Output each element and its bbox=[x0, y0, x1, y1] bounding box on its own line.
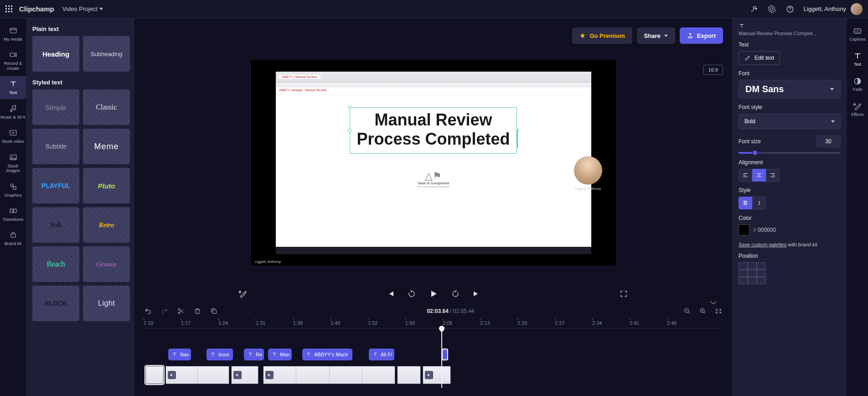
font-style-select[interactable]: Bold bbox=[739, 114, 841, 129]
tpl-heading[interactable]: Heading bbox=[32, 36, 79, 72]
app-grid-icon[interactable] bbox=[5, 5, 13, 13]
rr-effects[interactable]: Effects bbox=[847, 99, 868, 120]
rr-captions[interactable]: CCCaptions bbox=[847, 24, 868, 44]
nav-graphics[interactable]: Graphics bbox=[0, 179, 26, 201]
nav-brand-kit[interactable]: Brand kit bbox=[0, 227, 26, 250]
font-select[interactable]: DM Sans bbox=[739, 80, 841, 99]
text-clip[interactable]: Man bbox=[268, 349, 292, 360]
zoom-fit-button[interactable] bbox=[714, 307, 723, 316]
media-clip[interactable] bbox=[423, 366, 451, 384]
resize-handle[interactable] bbox=[348, 129, 351, 132]
font-size-slider[interactable] bbox=[739, 152, 841, 154]
color-swatch[interactable] bbox=[739, 224, 749, 235]
redo-button[interactable] bbox=[160, 307, 169, 316]
tpl-simple[interactable]: Simple bbox=[32, 89, 79, 125]
text-clip[interactable]: Invoi bbox=[207, 349, 233, 360]
media-clip[interactable] bbox=[397, 366, 421, 384]
export-button[interactable]: Export bbox=[680, 27, 723, 44]
skip-start-button[interactable] bbox=[385, 288, 396, 299]
resize-handle[interactable] bbox=[348, 105, 351, 109]
tpl-meme[interactable]: Meme bbox=[83, 129, 130, 164]
pos-br[interactable] bbox=[757, 277, 766, 284]
media-clip[interactable] bbox=[231, 366, 258, 384]
avatar[interactable] bbox=[851, 3, 863, 15]
media-clip[interactable] bbox=[145, 366, 164, 384]
pos-mc[interactable] bbox=[748, 270, 757, 277]
play-button[interactable] bbox=[427, 287, 440, 300]
pos-bl[interactable] bbox=[739, 277, 748, 284]
nav-stock-video[interactable]: Stock video bbox=[0, 125, 26, 147]
tpl-playful[interactable]: PLAYFUL bbox=[32, 168, 79, 203]
zoom-in-button[interactable] bbox=[698, 307, 708, 316]
tpl-ink[interactable]: Ink bbox=[32, 207, 79, 243]
bold-button[interactable]: B bbox=[739, 197, 752, 209]
svg-rect-8 bbox=[10, 209, 13, 213]
media-clip[interactable] bbox=[263, 366, 395, 384]
tpl-beach[interactable]: Beach bbox=[32, 246, 79, 282]
text-clip[interactable]: Re bbox=[244, 349, 264, 360]
aspect-ratio-badge[interactable]: 16:9 bbox=[703, 65, 723, 75]
pos-ml[interactable] bbox=[739, 270, 748, 277]
step-forward-button[interactable] bbox=[450, 288, 461, 299]
playhead[interactable] bbox=[441, 328, 442, 388]
tpl-light[interactable]: Light bbox=[83, 286, 130, 321]
pos-tr[interactable] bbox=[757, 262, 766, 270]
text-overlay-selected[interactable]: Manual Review Process Completed bbox=[350, 107, 517, 154]
tpl-pluto[interactable]: Pluto bbox=[83, 168, 130, 203]
align-right-button[interactable] bbox=[766, 169, 780, 182]
help-icon[interactable] bbox=[785, 5, 795, 14]
align-center-button[interactable] bbox=[752, 169, 766, 182]
font-size-input[interactable] bbox=[816, 135, 841, 147]
share-button[interactable]: Share bbox=[637, 27, 675, 44]
pos-tl[interactable] bbox=[739, 262, 748, 270]
skip-end-button[interactable] bbox=[471, 288, 482, 299]
expand-chevron-icon[interactable] bbox=[709, 300, 718, 307]
nav-text[interactable]: Text bbox=[0, 76, 26, 99]
rr-text[interactable]: Text bbox=[847, 49, 868, 69]
text-clip[interactable]: ABBYY's Mach bbox=[302, 349, 352, 360]
timeline[interactable]: 1:101:171:241:311:381:451:521:592:062:13… bbox=[134, 318, 732, 396]
step-back-button[interactable] bbox=[406, 288, 417, 299]
pos-bc[interactable] bbox=[748, 277, 757, 284]
undo-button[interactable] bbox=[144, 307, 153, 316]
media-track[interactable] bbox=[144, 366, 723, 384]
invite-icon[interactable] bbox=[749, 5, 758, 14]
position-grid[interactable] bbox=[739, 262, 841, 284]
save-palettes-link[interactable]: Save custom palettes bbox=[739, 242, 786, 247]
tpl-classic[interactable]: Classic bbox=[83, 89, 130, 125]
timeline-ruler[interactable]: 1:101:171:241:311:381:451:521:592:062:13… bbox=[144, 318, 723, 328]
settings-icon[interactable] bbox=[767, 5, 776, 14]
tpl-block[interactable]: BLOCK bbox=[32, 286, 79, 321]
header-user-name[interactable]: Liggett, Anthony bbox=[804, 5, 846, 12]
nav-stock-images[interactable]: Stock images bbox=[0, 150, 26, 177]
nav-record-create[interactable]: Record & create bbox=[0, 47, 26, 74]
tpl-retro[interactable]: Retro bbox=[83, 207, 130, 243]
text-clip[interactable]: Nav bbox=[168, 349, 191, 360]
rr-fade[interactable]: Fade bbox=[847, 74, 868, 94]
tpl-groove[interactable]: Groove bbox=[83, 246, 130, 282]
nav-music[interactable]: Music & SFX bbox=[0, 101, 26, 123]
delete-button[interactable] bbox=[193, 307, 202, 316]
duplicate-button[interactable] bbox=[209, 307, 218, 316]
nav-my-media[interactable]: My media bbox=[0, 23, 26, 45]
media-clip[interactable] bbox=[165, 366, 229, 384]
italic-button[interactable]: I bbox=[752, 197, 766, 209]
tpl-subheading[interactable]: Subheading bbox=[83, 36, 130, 72]
text-clip[interactable]: All Fi bbox=[369, 349, 394, 360]
go-premium-button[interactable]: Go Premium bbox=[572, 27, 632, 44]
pos-tc[interactable] bbox=[748, 262, 757, 270]
pos-mr[interactable] bbox=[757, 270, 766, 277]
edit-text-button[interactable]: Edit text bbox=[739, 51, 780, 65]
text-track[interactable]: NavInvoiReManABBYY's MachAll Fi bbox=[144, 349, 723, 360]
split-button[interactable] bbox=[176, 307, 186, 316]
zoom-out-button[interactable] bbox=[683, 307, 692, 316]
preview-stage[interactable]: ABBYY | Manual Review ABBYY Vantage · Ma… bbox=[251, 60, 616, 266]
fullscreen-button[interactable] bbox=[618, 288, 629, 299]
slider-thumb[interactable] bbox=[752, 150, 758, 156]
tpl-subtitle[interactable]: Subtitle bbox=[32, 129, 79, 164]
ai-magic-button[interactable] bbox=[238, 288, 248, 299]
project-name-dropdown[interactable]: Video Project bbox=[62, 5, 103, 12]
webcam-overlay[interactable]: Liggett, Anthony bbox=[574, 156, 602, 190]
nav-transitions[interactable]: Transitions bbox=[0, 203, 26, 225]
align-left-button[interactable] bbox=[739, 169, 752, 182]
